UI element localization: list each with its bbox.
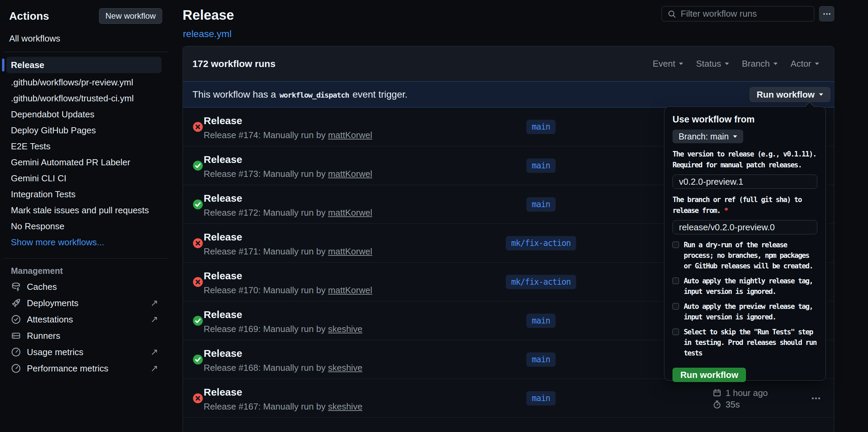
run-duration: 35s <box>726 399 740 410</box>
branch-badge[interactable]: main <box>526 159 556 173</box>
chevron-down-icon <box>679 63 683 65</box>
ref-input[interactable] <box>673 220 817 234</box>
run-description: Release #173: Manually run by mattKorwel <box>204 169 372 179</box>
sidebar-item-usage-metrics[interactable]: Usage metrics↗ <box>0 344 172 360</box>
filter-dropdown-status[interactable]: Status <box>696 59 729 69</box>
sidebar-item-workflow[interactable]: Integration Tests <box>0 186 172 202</box>
popover-checkbox-row: Auto apply the nightly release tag, inpu… <box>673 276 817 297</box>
sidebar-item-workflow[interactable]: E2E Tests <box>0 138 172 154</box>
sidebar-item-performance-metrics[interactable]: Performance metrics↗ <box>0 360 172 377</box>
actor-link[interactable]: skeshive <box>328 401 362 412</box>
popover-checkbox-group: Run a dry-run of the release process; no… <box>673 240 817 359</box>
sidebar-item-workflow[interactable]: No Response <box>0 218 172 234</box>
failure-icon <box>192 277 203 287</box>
branch-badge[interactable]: mk/fix-action <box>506 236 576 250</box>
branch-badge[interactable]: mk/fix-action <box>506 275 576 289</box>
actor-link[interactable]: mattKorwel <box>328 285 372 295</box>
version-input[interactable] <box>673 175 817 189</box>
branch-badge[interactable]: main <box>526 197 556 212</box>
actor-link[interactable]: skeshive <box>328 363 362 373</box>
run-title-link[interactable]: Release <box>204 193 242 204</box>
run-desc-text: Release #173: Manually run by <box>204 169 325 179</box>
run-title-link[interactable]: Release <box>204 115 242 127</box>
run-title-link[interactable]: Release <box>204 386 242 398</box>
show-more-workflows-link[interactable]: Show more workflows... <box>0 234 172 250</box>
sidebar-item-workflow[interactable]: Mark stale issues and pull requests <box>0 202 172 218</box>
external-link-icon: ↗ <box>150 314 158 325</box>
actor-link[interactable]: mattKorwel <box>328 207 372 218</box>
sidebar-item-workflow[interactable]: Dependabot Updates <box>0 106 172 122</box>
filter-workflow-runs-box <box>662 6 814 21</box>
run-meta: 1 hour ago35s <box>713 387 768 410</box>
filter-dropdown-branch[interactable]: Branch <box>742 59 778 69</box>
sidebar-item-workflow[interactable]: Gemini CLI CI <box>0 170 172 186</box>
filter-workflow-runs-input[interactable] <box>681 9 809 19</box>
ref-input-label: The branch or ref (full git sha) to rele… <box>673 194 817 216</box>
actor-link[interactable]: skeshive <box>328 324 362 334</box>
sidebar-item-label: Dependabot Updates <box>11 109 95 119</box>
checkbox[interactable] <box>673 303 679 310</box>
external-link-icon: ↗ <box>150 347 158 358</box>
branch-badge[interactable]: main <box>526 120 556 134</box>
page-kebab-menu-button[interactable] <box>819 6 834 21</box>
run-description: Release #167: Manually run by skeshive <box>204 401 362 412</box>
popover-caret <box>805 102 814 107</box>
run-title-link[interactable]: Release <box>204 309 242 320</box>
run-title-link[interactable]: Release <box>204 270 242 282</box>
stopwatch-icon <box>713 400 721 409</box>
sidebar-item-attestations[interactable]: Attestations↗ <box>0 311 172 328</box>
sidebar-item-label: E2E Tests <box>11 141 51 151</box>
run-workflow-submit-button[interactable]: Run workflow <box>673 368 746 382</box>
branch-selector-button[interactable]: Branch: main <box>673 130 743 143</box>
sidebar-item-workflow[interactable]: Deploy GitHub Pages <box>0 122 172 138</box>
sidebar-item-workflow[interactable]: Release <box>6 57 161 73</box>
sidebar-item-label: Mark stale issues and pull requests <box>11 205 149 215</box>
sidebar-divider <box>3 258 168 259</box>
page-title: Release <box>183 7 234 23</box>
branch-badge[interactable]: main <box>526 352 556 367</box>
sidebar-item-runners[interactable]: Runners <box>0 328 172 344</box>
run-title-link[interactable]: Release <box>204 231 242 243</box>
branch-badge[interactable]: main <box>526 314 556 328</box>
branch-badge[interactable]: main <box>526 391 556 405</box>
sidebar-item-label: Integration Tests <box>11 189 75 199</box>
sidebar-item-label: Runners <box>27 331 60 341</box>
sidebar-item-label: No Response <box>11 221 65 231</box>
sidebar-item-caches[interactable]: Caches <box>0 279 172 295</box>
sidebar-item-workflow[interactable]: .github/workflows/pr-review.yml <box>0 74 172 90</box>
filter-label: Status <box>696 59 721 69</box>
checkbox[interactable] <box>673 278 679 284</box>
filter-dropdown-event[interactable]: Event <box>653 59 683 69</box>
actions-sidebar: Actions New workflow All workflows Relea… <box>0 0 172 432</box>
sidebar-title: Actions <box>9 10 49 22</box>
sidebar-item-workflow[interactable]: .github/workflows/trusted-ci.yml <box>0 90 172 106</box>
run-workflow-dropdown-button[interactable]: Run workflow <box>750 87 830 102</box>
workflow-file-link[interactable]: release.yml <box>183 29 232 39</box>
run-kebab-menu-button[interactable] <box>810 393 822 403</box>
run-title-link[interactable]: Release <box>204 348 242 359</box>
new-workflow-button[interactable]: New workflow <box>99 8 162 24</box>
run-time: 1 hour ago <box>726 388 768 398</box>
run-title-link[interactable]: Release <box>204 154 242 165</box>
sidebar-item-deployments[interactable]: Deployments↗ <box>0 295 172 311</box>
workflow-dispatch-banner: This workflow has aworkflow_dispatcheven… <box>183 81 834 107</box>
checkbox[interactable] <box>673 329 679 335</box>
sidebar-item-all-workflows[interactable]: All workflows <box>9 33 60 44</box>
run-desc-text: Release #171: Manually run by <box>204 246 325 256</box>
actor-link[interactable]: mattKorwel <box>328 246 372 256</box>
success-icon <box>192 315 203 326</box>
chevron-down-icon <box>773 63 778 65</box>
actor-link[interactable]: mattKorwel <box>328 169 372 179</box>
run-description: Release #171: Manually run by mattKorwel <box>204 246 372 257</box>
filter-label: Event <box>653 59 676 69</box>
checkbox-label: Auto apply the preview release tag, inpu… <box>684 301 817 322</box>
external-link-icon: ↗ <box>150 363 158 374</box>
workflow-dispatch-code: workflow_dispatch <box>276 91 353 99</box>
filter-dropdown-actor[interactable]: Actor <box>790 59 819 69</box>
actor-link[interactable]: mattKorwel <box>328 130 372 140</box>
popover-checkbox-row: Auto apply the preview release tag, inpu… <box>673 301 817 322</box>
checkbox[interactable] <box>673 242 679 248</box>
sidebar-item-workflow[interactable]: Gemini Automated PR Labeler <box>0 154 172 170</box>
sidebar-item-label: Performance metrics <box>27 363 108 374</box>
run-description: Release #169: Manually run by skeshive <box>204 324 362 334</box>
